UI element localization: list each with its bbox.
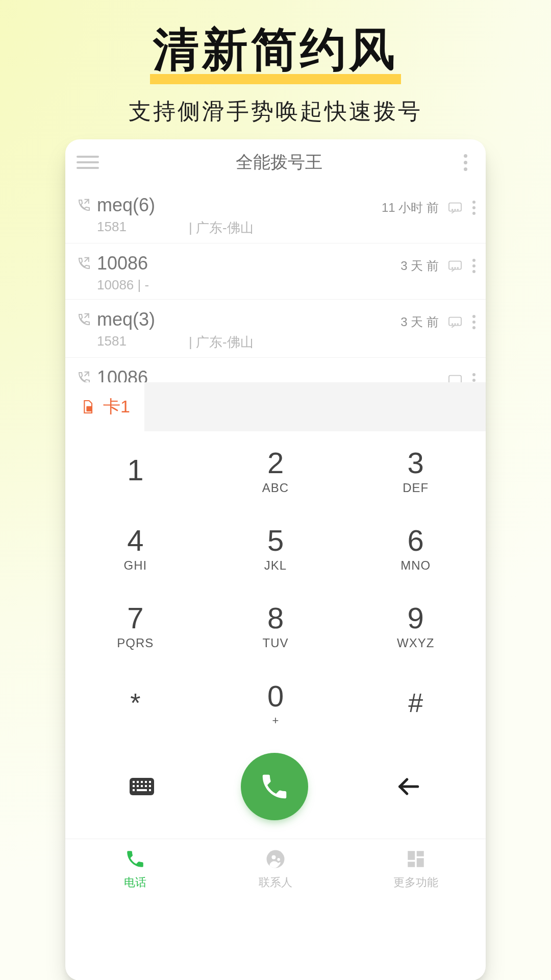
call-button[interactable]	[241, 753, 308, 820]
digit: #	[408, 688, 423, 718]
message-icon[interactable]	[447, 200, 463, 216]
nav-label: 电话	[124, 875, 146, 890]
call-time: 3 天 前	[400, 258, 439, 274]
svg-rect-20	[137, 781, 139, 783]
dial-pad: 1 2ABC 3DEF 4GHI 5JKL 6MNO 7PQRS 8TUV 9W…	[65, 431, 486, 742]
sim-card-1-button[interactable]: 卡1	[65, 382, 144, 431]
phone-frame: 全能拨号王 meq(6) 1581 | 广东-佛山 11 小时	[65, 139, 486, 980]
keypad-4[interactable]: 4GHI	[65, 509, 206, 586]
call-name: 10086	[97, 367, 447, 382]
digit: 1	[127, 453, 143, 487]
letters: JKL	[264, 558, 287, 573]
keypad-9[interactable]: 9WXYZ	[345, 586, 486, 664]
nav-phone[interactable]: 电话	[65, 839, 206, 899]
digit: 4	[127, 523, 143, 557]
svg-point-6	[455, 267, 456, 268]
nav-contacts[interactable]: 联系人	[206, 839, 346, 899]
keypad-hash[interactable]: #	[345, 664, 486, 742]
digit: *	[130, 688, 140, 718]
call-name: meq(3)	[97, 309, 400, 330]
message-icon[interactable]	[447, 258, 463, 274]
svg-rect-28	[149, 785, 151, 787]
phone-icon	[124, 848, 146, 872]
dial-action-row	[65, 742, 486, 839]
app-title: 全能拨号王	[99, 151, 459, 174]
letters: TUV	[263, 636, 289, 650]
svg-rect-38	[408, 862, 415, 867]
sim-selector-bar: 卡1	[65, 382, 486, 431]
call-number: 1581	[97, 333, 189, 351]
digit: 7	[127, 601, 143, 635]
svg-rect-17	[89, 409, 90, 410]
call-time: 11 小时 前	[382, 200, 439, 216]
message-icon[interactable]	[447, 372, 463, 382]
letters: +	[272, 714, 279, 727]
keypad-8[interactable]: 8TUV	[206, 586, 346, 664]
row-overflow-icon[interactable]	[471, 201, 475, 215]
call-log-row[interactable]: meq(6) 1581 | 广东-佛山 11 小时 前	[65, 185, 486, 243]
message-icon[interactable]	[447, 314, 463, 330]
keypad-1[interactable]: 1	[65, 431, 206, 509]
svg-rect-26	[141, 785, 143, 787]
row-overflow-icon[interactable]	[471, 315, 475, 329]
svg-point-10	[455, 324, 456, 325]
digit: 8	[267, 601, 284, 635]
outgoing-call-icon	[77, 309, 97, 329]
svg-rect-35	[408, 851, 415, 860]
keypad-2[interactable]: 2ABC	[206, 431, 346, 509]
keypad-6[interactable]: 6MNO	[345, 509, 486, 586]
letters: PQRS	[117, 636, 154, 650]
outgoing-call-icon	[77, 194, 97, 215]
svg-rect-25	[137, 785, 139, 787]
overflow-menu-icon[interactable]	[459, 154, 471, 171]
keyboard-toggle-button[interactable]	[129, 776, 155, 797]
svg-point-5	[452, 267, 453, 268]
digit: 0	[267, 679, 284, 713]
keypad-3[interactable]: 3DEF	[345, 431, 486, 509]
digit: 2	[267, 446, 284, 480]
svg-rect-14	[87, 407, 88, 408]
svg-rect-36	[416, 851, 423, 856]
svg-rect-22	[145, 781, 147, 783]
svg-rect-24	[133, 785, 135, 787]
call-log-row[interactable]: 10086 10086 | - 3 天 前	[65, 243, 486, 300]
call-log-row[interactable]: 10086	[65, 358, 486, 382]
keypad-7[interactable]: 7PQRS	[65, 586, 206, 664]
call-location: | 广东-佛山	[189, 333, 254, 351]
keypad-0[interactable]: 0+	[206, 664, 346, 742]
row-overflow-icon[interactable]	[471, 373, 475, 382]
svg-point-7	[458, 267, 459, 268]
call-log-row[interactable]: meq(3) 1581 | 广东-佛山 3 天 前	[65, 300, 486, 358]
backspace-button[interactable]	[394, 772, 422, 801]
digit: 5	[267, 523, 284, 557]
call-name: 10086	[97, 253, 400, 274]
keypad-5[interactable]: 5JKL	[206, 509, 346, 586]
svg-rect-37	[416, 858, 423, 867]
sim-card-icon	[80, 399, 96, 415]
nav-more[interactable]: 更多功能	[345, 839, 486, 899]
bottom-nav: 电话 联系人 更多功能	[65, 839, 486, 899]
row-overflow-icon[interactable]	[471, 259, 475, 273]
nav-label: 联系人	[259, 875, 292, 890]
svg-rect-15	[89, 407, 90, 408]
keypad-star[interactable]: *	[65, 664, 206, 742]
svg-point-33	[271, 855, 276, 859]
svg-point-34	[277, 858, 280, 861]
svg-point-11	[458, 324, 459, 325]
call-log-list: meq(6) 1581 | 广东-佛山 11 小时 前	[65, 185, 486, 382]
svg-point-2	[455, 209, 456, 210]
outgoing-call-icon	[77, 367, 97, 382]
digit: 6	[408, 523, 424, 557]
hero-title: 清新简约风	[150, 26, 401, 84]
call-name: meq(6)	[97, 194, 382, 216]
letters: DEF	[403, 481, 429, 495]
svg-rect-29	[133, 789, 135, 791]
call-number: 10086 | -	[97, 277, 189, 293]
svg-rect-19	[133, 781, 135, 783]
svg-point-1	[452, 209, 453, 210]
svg-rect-16	[87, 409, 88, 410]
contacts-icon	[265, 848, 286, 872]
letters: WXYZ	[397, 636, 434, 650]
menu-icon[interactable]	[77, 156, 99, 169]
digit: 3	[408, 446, 424, 480]
